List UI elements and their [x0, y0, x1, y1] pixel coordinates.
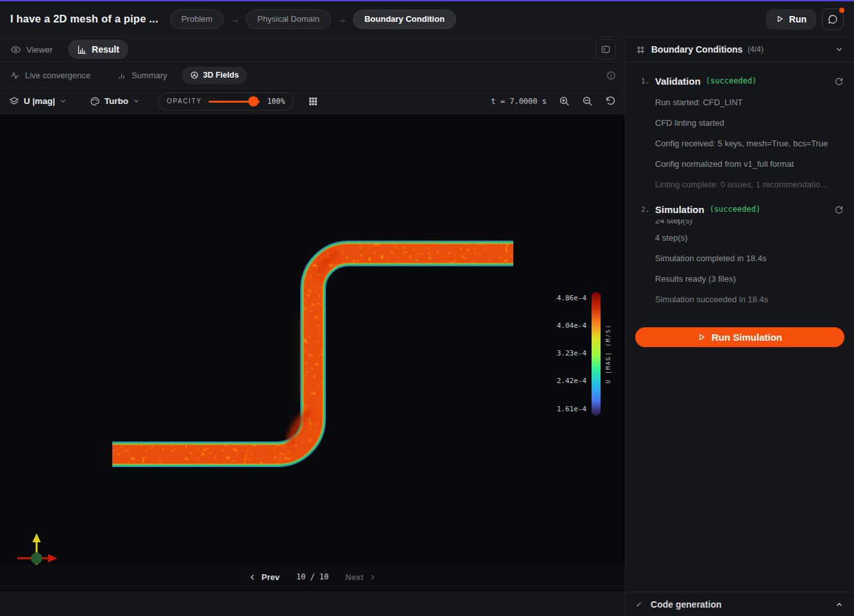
colorbar-axis-label: U |MAG| (M/S): [605, 324, 611, 384]
run-simulation-label: Run Simulation: [712, 332, 782, 343]
field-select[interactable]: U |mag|: [9, 96, 67, 107]
run-simulation-button[interactable]: Run Simulation: [635, 327, 844, 347]
subtab-3d-fields[interactable]: 3D Fields: [182, 67, 248, 84]
arrow-right-icon: →: [337, 14, 346, 24]
tab-viewer[interactable]: Viewer: [10, 44, 53, 55]
field-select-value: U |mag|: [24, 96, 55, 106]
step-boundary-condition[interactable]: Boundary Condition: [353, 10, 456, 29]
log-line: Simulation succeeded in 18.4s: [655, 289, 844, 310]
opacity-label: OPACITY: [167, 98, 201, 105]
viewer-column: Viewer Result Live convergence Summary 3…: [0, 37, 625, 616]
arrow-right-icon: →: [230, 14, 239, 24]
frame-icon: [636, 45, 645, 55]
opacity-slider[interactable]: [209, 96, 260, 107]
colormap-select[interactable]: Turbo: [90, 96, 140, 107]
subtab-label: Summary: [132, 71, 167, 80]
run-button-label: Run: [789, 14, 807, 24]
bar-chart-icon: [77, 45, 87, 55]
panel-header[interactable]: Boundary Conditions (4/4): [626, 37, 854, 62]
colorbar: 4.86e-4 4.04e-4 3.23e-4 2.42e-4 1.61e-4 …: [552, 292, 622, 416]
eye-icon: [10, 44, 21, 55]
colorbar-tick: 2.42e-4: [548, 377, 586, 385]
tab-result[interactable]: Result: [68, 40, 128, 59]
chat-bubble-icon: [827, 13, 839, 25]
cube-3d-icon: [190, 71, 199, 80]
subtab-summary[interactable]: Summary: [117, 71, 167, 80]
terminal-icon: [601, 44, 611, 55]
zoom-in-button[interactable]: [559, 96, 570, 107]
bars-icon: [117, 71, 126, 80]
tab-result-label: Result: [92, 44, 119, 55]
panel-body: 1. Validation (succeeded) Run started: C…: [626, 62, 854, 347]
terminal-panel-button[interactable]: [595, 39, 616, 60]
refresh-icon[interactable]: [834, 76, 844, 86]
panel-title: Boundary Conditions: [651, 44, 742, 55]
prev-label: Prev: [262, 572, 280, 582]
subtab-live-convergence[interactable]: Live convergence: [10, 71, 90, 80]
log-line: 4 step(s): [655, 228, 844, 248]
opacity-control: OPACITY 100%: [158, 92, 294, 110]
opacity-value: 100%: [267, 97, 285, 106]
panel-count: (4/4): [747, 45, 764, 54]
step-problem[interactable]: Problem: [170, 10, 224, 29]
colorbar-tick: 4.86e-4: [548, 294, 586, 302]
timestep-pager: Prev 10 / 10 Next: [0, 565, 625, 589]
section-name: Simulation: [655, 204, 705, 215]
simulation-log-list: 4 step(s) Simulation completed in 18.4s …: [655, 228, 844, 310]
prev-button[interactable]: Prev: [249, 572, 280, 582]
field-toolbar: U |mag| Turbo OPACITY 100% t = 7.000: [0, 89, 625, 114]
log-line: Simulation completed in 18.4s: [655, 248, 844, 269]
result-subtabs-row: Live convergence Summary 3D Fields: [0, 62, 625, 89]
next-label: Next: [345, 572, 363, 582]
section-simulation: 2. Simulation (succeeded): [626, 199, 854, 219]
layers-icon: [9, 96, 19, 107]
colorbar-tick: 4.04e-4: [548, 321, 586, 330]
activity-icon: [10, 71, 20, 80]
log-line: Linting complete: 0 issues, 1 recommenda…: [655, 175, 844, 195]
boundary-conditions-panel: Boundary Conditions (4/4) 1. Validation …: [625, 37, 854, 616]
section-number: 1.: [641, 77, 655, 85]
reset-view-button[interactable]: [605, 96, 616, 107]
time-readout: t = 7.0000 s: [491, 97, 547, 106]
code-generation-label: Code generation: [651, 599, 721, 610]
status-badge: (succeeded): [706, 76, 756, 85]
chevron-down-icon[interactable]: [835, 45, 844, 54]
grid-toggle-button[interactable]: [308, 96, 318, 107]
chevron-right-icon: [369, 574, 376, 581]
chat-button[interactable]: [822, 8, 844, 30]
log-line: Run started: CFD_LINT: [655, 92, 844, 113]
workflow-breadcrumb: Problem → Physical Domain → Boundary Con…: [170, 10, 456, 29]
chevron-down-icon: [60, 98, 67, 105]
colorbar-tick: 1.61e-4: [548, 405, 586, 413]
tab-viewer-label: Viewer: [26, 45, 53, 55]
section-validation: 1. Validation (succeeded): [626, 71, 854, 91]
colorbar-gradient: [592, 292, 601, 416]
colorbar-tick: 3.23e-4: [548, 349, 586, 357]
scrolled-log-clip: 24 step(s): [655, 219, 844, 228]
validation-log-list: Run started: CFD_LINT CFD linting starte…: [655, 92, 844, 195]
colormap-select-value: Turbo: [105, 96, 128, 106]
render-viewport[interactable]: 4.86e-4 4.04e-4 3.23e-4 2.42e-4 1.61e-4 …: [0, 114, 625, 592]
log-line: Config normalized from v1_full format: [655, 154, 844, 175]
run-button[interactable]: Run: [766, 9, 816, 30]
opacity-slider-knob[interactable]: [248, 96, 259, 107]
palette-icon: [90, 96, 100, 107]
chevron-down-icon: [133, 98, 140, 105]
log-line: CFD linting started: [655, 113, 844, 133]
notification-dot: [839, 8, 844, 13]
refresh-icon[interactable]: [834, 205, 844, 214]
top-bar: I have a 2D mesh of a pipe ... Problem →…: [0, 1, 854, 37]
info-icon[interactable]: [606, 71, 616, 80]
step-physical-domain[interactable]: Physical Domain: [246, 10, 331, 29]
app-window: I have a 2D mesh of a pipe ... Problem →…: [0, 0, 854, 616]
section-name: Validation: [655, 76, 701, 87]
chevron-up-icon[interactable]: [835, 600, 844, 609]
subtab-label: 3D Fields: [203, 71, 239, 80]
section-number: 2.: [641, 205, 655, 214]
check-icon: ✓: [636, 600, 642, 609]
page-indicator: 10 / 10: [296, 572, 329, 581]
code-generation-section[interactable]: ✓ Code generation: [626, 592, 854, 616]
log-line: Results ready (3 files): [655, 269, 844, 289]
zoom-out-button[interactable]: [582, 96, 593, 107]
next-button[interactable]: Next: [345, 572, 376, 582]
